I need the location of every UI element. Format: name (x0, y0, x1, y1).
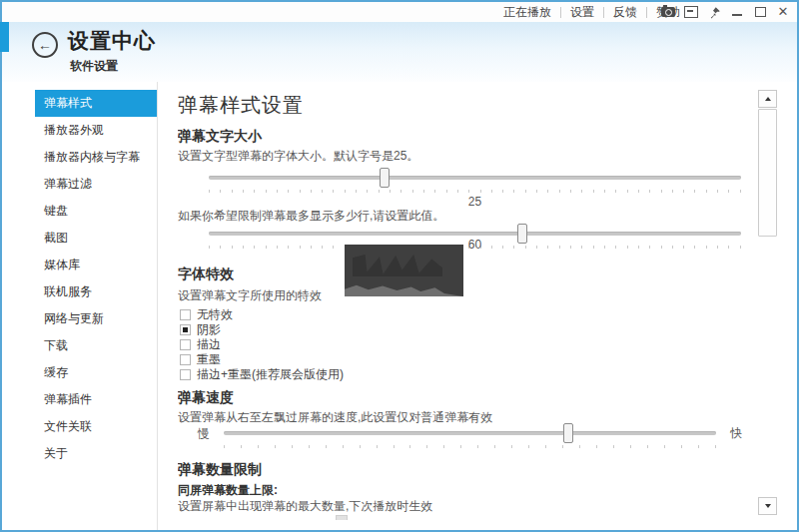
line-limit-description: 如果你希望限制弹幕最多显示多少行,请设置此值。 (178, 208, 444, 225)
sidebar-item-media-library[interactable]: 媒体库 (35, 252, 157, 278)
settings-link[interactable]: 设置 (561, 4, 603, 21)
section-text-size-heading: 弹幕文字大小 (178, 128, 262, 146)
slow-label: 慢 (198, 423, 210, 443)
screenshot-camera-icon[interactable] (660, 4, 676, 20)
font-size-value: 25 (209, 195, 741, 209)
scrollbar-thumb[interactable] (758, 109, 777, 237)
fast-label: 快 (730, 423, 742, 443)
option-label: 描边+重墨(推荐展会版使用) (197, 366, 344, 383)
scrollbar[interactable] (758, 90, 777, 515)
scroll-down-button[interactable] (758, 497, 777, 515)
effect-preview-box (345, 245, 463, 296)
section-speed-heading: 弹幕速度 (178, 389, 234, 407)
panel-title: 弹幕样式设置 (178, 92, 304, 119)
effect-options: 无特效 阴影 描边 重墨 描边+重墨(推荐展会版使用) (180, 307, 344, 382)
now-playing-link[interactable]: 正在播放 (494, 4, 560, 21)
sidebar-item-danmaku-plugin[interactable]: 弹幕插件 (35, 386, 157, 413)
feedback-link[interactable]: 反馈 (604, 4, 646, 21)
line-limit-value: 60 (209, 238, 741, 252)
titlebar-icons: ✕ (660, 2, 791, 22)
option-shadow[interactable]: 阴影 (180, 322, 344, 337)
back-button[interactable]: ← (32, 32, 58, 58)
sidebar-item-screenshot[interactable]: 截图 (35, 225, 157, 252)
sidebar-divider (157, 82, 158, 530)
font-size-description: 设置文字型弹幕的字体大小。默认字号是25。 (178, 148, 418, 165)
slider-ticks (209, 190, 741, 194)
speed-slider[interactable] (224, 423, 716, 443)
down-arrow-icon (765, 504, 771, 508)
option-heavy-ink[interactable]: 重墨 (180, 352, 344, 367)
sidebar-item-download[interactable]: 下载 (35, 332, 157, 359)
sidebar-item-cache[interactable]: 缓存 (35, 359, 157, 386)
slider-track[interactable] (209, 232, 741, 236)
up-arrow-icon (765, 97, 771, 101)
slider-ticks (224, 445, 716, 449)
titlebar: 正在播放 设置 反馈 赞助 ✕ (2, 2, 797, 22)
font-effect-description: 设置弹幕文字所使用的特效 (178, 287, 322, 304)
sidebar-item-danmaku-style[interactable]: 弹幕样式 (35, 90, 157, 117)
preview-sample-text (353, 255, 442, 276)
checkbox[interactable] (180, 369, 191, 380)
slider-track[interactable] (224, 431, 716, 435)
sidebar-item-player-core-subtitles[interactable]: 播放器内核与字幕 (35, 144, 157, 171)
scroll-up-button[interactable] (758, 90, 777, 108)
font-size-slider[interactable] (209, 168, 741, 188)
preview-shadow-shape (345, 280, 463, 296)
checkbox[interactable] (180, 354, 191, 365)
checkbox[interactable] (180, 339, 191, 350)
page-subtitle: 软件设置 (70, 58, 118, 75)
cutoff-control (336, 515, 348, 520)
header: ← 设置中心 软件设置 (2, 22, 797, 82)
page-title: 设置中心 (68, 27, 156, 55)
option-no-effect[interactable]: 无特效 (180, 307, 344, 322)
count-limit-sublabel: 同屏弹幕数量上限: (178, 482, 278, 499)
settings-panel: 弹幕样式设置 弹幕文字大小 设置文字型弹幕的字体大小。默认字号是25。 25 如… (178, 90, 747, 530)
settings-window: 正在播放 设置 反馈 赞助 ✕ ← 设置中心 软件设置 弹幕样式 (0, 0, 799, 532)
slider-track[interactable] (209, 176, 741, 180)
sidebar-item-danmaku-filter[interactable]: 弹幕过滤 (35, 171, 157, 198)
maximize-icon[interactable] (752, 4, 768, 20)
speed-slider-row: 慢 快 (198, 423, 742, 453)
slider-thumb[interactable] (380, 168, 390, 188)
sidebar-item-about[interactable]: 关于 (35, 440, 157, 467)
option-outline-heavy-ink[interactable]: 描边+重墨(推荐展会版使用) (180, 367, 344, 382)
sidebar-item-file-association[interactable]: 文件关联 (35, 413, 157, 440)
count-limit-description: 设置屏幕中出现弹幕的最大数量,下次播放时生效 (178, 498, 432, 515)
section-font-effect-heading: 字体特效 (178, 266, 234, 283)
checkbox[interactable] (180, 324, 191, 335)
pin-icon[interactable] (706, 4, 722, 20)
sidebar-item-keyboard[interactable]: 键盘 (35, 198, 157, 225)
boss-key-icon[interactable] (683, 4, 699, 20)
back-arrow-icon: ← (38, 38, 52, 52)
slider-thumb[interactable] (563, 423, 573, 443)
close-icon[interactable]: ✕ (775, 4, 791, 20)
accent-tab (0, 22, 9, 52)
sidebar-item-network-update[interactable]: 网络与更新 (35, 305, 157, 332)
option-outline[interactable]: 描边 (180, 337, 344, 352)
sidebar-item-player-appearance[interactable]: 播放器外观 (35, 117, 157, 144)
sidebar: 弹幕样式 播放器外观 播放器内核与字幕 弹幕过滤 键盘 截图 媒体库 联机服务 … (35, 90, 157, 467)
checkbox[interactable] (180, 309, 191, 320)
sidebar-item-online-service[interactable]: 联机服务 (35, 278, 157, 305)
section-count-limit-heading: 弹幕数量限制 (178, 461, 262, 479)
minimize-icon[interactable] (729, 4, 745, 20)
